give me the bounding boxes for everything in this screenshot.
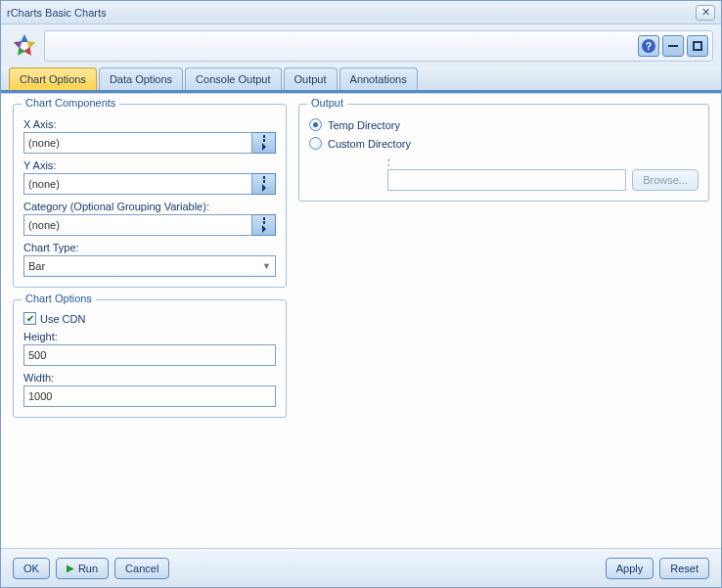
custom-directory-radio[interactable] xyxy=(309,137,322,150)
content-area: Chart Components X Axis: Y Axis: Categor… xyxy=(1,93,721,548)
temp-directory-label: Temp Directory xyxy=(328,119,400,131)
chart-options-group: Chart Options ✔ Use CDN Height: Width: xyxy=(13,299,287,418)
yaxis-input[interactable] xyxy=(23,173,252,195)
height-input[interactable] xyxy=(23,344,276,366)
chart-components-group: Chart Components X Axis: Y Axis: Categor… xyxy=(13,104,287,288)
cancel-button[interactable]: Cancel xyxy=(114,558,169,579)
svg-point-0 xyxy=(22,43,27,49)
picker-icon xyxy=(261,135,266,151)
temp-directory-radio[interactable] xyxy=(309,118,322,131)
apply-button[interactable]: Apply xyxy=(606,558,654,579)
tab-data-options[interactable]: Data Options xyxy=(99,68,183,90)
picker-icon xyxy=(261,176,266,192)
minimize-icon xyxy=(668,45,678,47)
maximize-icon xyxy=(693,41,702,51)
run-label: Run xyxy=(78,563,98,574)
chart-components-legend: Chart Components xyxy=(22,97,119,109)
height-label: Height: xyxy=(23,331,276,342)
width-label: Width: xyxy=(23,372,276,384)
xaxis-input[interactable] xyxy=(23,132,252,154)
use-cdn-label: Use CDN xyxy=(40,313,85,325)
category-picker-button[interactable] xyxy=(252,214,276,236)
tab-console-output[interactable]: Console Output xyxy=(185,68,281,90)
custom-directory-label: Custom Directory xyxy=(328,138,411,150)
browse-button[interactable]: Browse... xyxy=(632,169,699,191)
use-cdn-checkbox[interactable]: ✔ xyxy=(23,312,36,325)
minimize-button[interactable] xyxy=(662,35,684,57)
category-label: Category (Optional Grouping Variable): xyxy=(23,201,276,212)
window-title: rCharts Basic Charts xyxy=(7,7,106,19)
charttype-select[interactable]: Bar ▼ xyxy=(23,255,276,277)
app-window: rCharts Basic Charts ✕ ? Chart Opti xyxy=(0,0,722,588)
path-input[interactable] xyxy=(387,169,626,191)
path-label: : xyxy=(387,156,390,167)
xaxis-picker-button[interactable] xyxy=(252,132,276,154)
footer: OK ▶Run Cancel Apply Reset xyxy=(1,548,721,587)
charttype-value: Bar xyxy=(28,260,45,272)
play-icon: ▶ xyxy=(67,563,74,573)
close-icon[interactable]: ✕ xyxy=(696,5,715,21)
chevron-down-icon: ▼ xyxy=(262,261,271,271)
tab-annotations[interactable]: Annotations xyxy=(339,68,418,90)
ok-button[interactable]: OK xyxy=(13,558,50,579)
run-button[interactable]: ▶Run xyxy=(56,558,109,579)
category-input[interactable] xyxy=(23,214,252,236)
toolbar-panel: ? xyxy=(44,30,713,62)
charttype-label: Chart Type: xyxy=(23,242,276,253)
yaxis-label: Y Axis: xyxy=(23,159,276,171)
yaxis-picker-button[interactable] xyxy=(252,173,276,195)
picker-icon xyxy=(261,217,266,233)
xaxis-label: X Axis: xyxy=(23,118,276,130)
tab-output[interactable]: Output xyxy=(284,68,338,90)
maximize-button[interactable] xyxy=(687,35,708,57)
output-legend: Output xyxy=(307,97,347,109)
app-logo-icon xyxy=(9,30,40,62)
width-input[interactable] xyxy=(23,385,276,407)
titlebar: rCharts Basic Charts ✕ xyxy=(1,1,721,24)
toolbar: ? xyxy=(1,24,721,68)
tabstrip: Chart Options Data Options Console Outpu… xyxy=(1,68,721,93)
output-group: Output Temp Directory Custom Directory :… xyxy=(298,104,709,202)
help-button[interactable]: ? xyxy=(638,35,659,57)
tab-chart-options[interactable]: Chart Options xyxy=(9,68,97,90)
chart-options-legend: Chart Options xyxy=(22,293,96,304)
reset-button[interactable]: Reset xyxy=(659,558,709,579)
help-icon: ? xyxy=(642,39,655,53)
